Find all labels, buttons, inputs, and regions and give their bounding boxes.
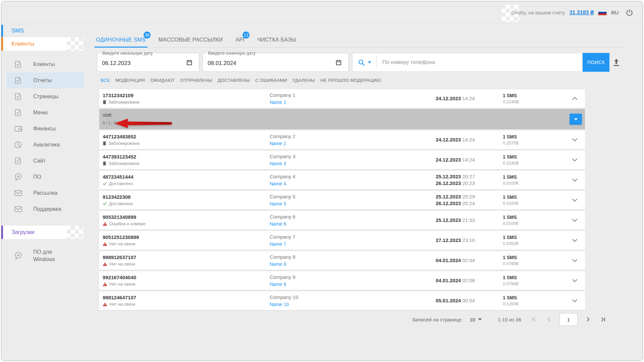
sidebar-item-site[interactable]: Сайт — [1, 153, 84, 169]
date-to-field[interactable]: Введите конечную дату 08.01.2024 — [203, 53, 348, 72]
tab-api[interactable]: API12 — [236, 32, 245, 47]
sidebar-item-support[interactable]: Поддержка — [1, 201, 84, 217]
filter-with-errors[interactable]: С ОШИБКАМИ — [255, 78, 287, 83]
row-expand-chevron-down-icon[interactable] — [570, 297, 579, 304]
date-from-value[interactable]: 06.12.2023 — [102, 60, 130, 67]
table-row[interactable]: 905321340899Ошибка в номереCompany 6Name… — [99, 210, 585, 230]
search-icon[interactable] — [358, 59, 365, 66]
phone-cell: 998912637107Нет на связи — [103, 254, 136, 266]
row-expand-chevron-up-icon[interactable] — [570, 95, 579, 102]
sms-price: 0.0100€ — [503, 201, 519, 206]
table-row[interactable]: 998124647107Нет на связиCompany 10Name 1… — [99, 291, 585, 310]
table-row[interactable]: 447123483852ЗаблокированаCompany 2Name 2… — [99, 130, 585, 149]
tab-single-sms[interactable]: ОДИНОЧНЫЕ SMS36 — [96, 32, 146, 47]
sender-name-link[interactable]: Name 2 — [270, 141, 286, 146]
sidebar-item-label: Клиенты — [33, 61, 55, 67]
sidebar-item-menu[interactable]: Меню — [1, 105, 84, 121]
filter-moderation[interactable]: МОДЕРАЦИЯ — [115, 78, 145, 83]
row-expand-chevron-down-icon[interactable] — [570, 136, 579, 143]
filter-delivered[interactable]: ДОСТАВЛЕНЫ — [218, 78, 250, 83]
sidebar-section-sms[interactable]: SMS — [1, 25, 84, 37]
filter-all[interactable]: ВСЕ — [101, 78, 110, 83]
search-input[interactable] — [382, 59, 579, 66]
sms-cell: 1 SMS0.0100€ — [503, 215, 519, 226]
sms-cell: 1 SMS0.2570$ — [503, 134, 519, 145]
tab-label: МАССОВЫЕ РАССЫЛКИ — [158, 37, 223, 43]
sms-cell: 1 SMS0.0760€ — [503, 275, 519, 286]
expanded-dropdown-button[interactable] — [570, 114, 582, 125]
upload-icon[interactable] — [612, 58, 621, 67]
phone-number: 992167404040 — [103, 275, 136, 280]
sender-name-link[interactable]: Name 6 — [270, 221, 286, 227]
filter-deleted[interactable]: УДАЛЕНЫ — [292, 78, 315, 83]
per-page-select[interactable]: 10 — [470, 317, 482, 322]
sidebar-item-finances[interactable]: Финансы — [1, 121, 84, 137]
tab-mass-mailings[interactable]: МАССОВЫЕ РАССЫЛКИ — [158, 32, 223, 47]
search-mode-caret-icon[interactable] — [368, 61, 371, 63]
language-label[interactable]: RU — [611, 10, 619, 15]
power-icon[interactable] — [626, 9, 633, 16]
table-row[interactable]: 998912637107Нет на связиCompany 8Name 80… — [99, 251, 585, 270]
filter-waiting[interactable]: ОЖИДАЮТ — [150, 78, 175, 83]
date-time: 04.01.2024 02:04 — [436, 257, 475, 264]
row-expand-chevron-down-icon[interactable] — [570, 237, 579, 244]
envelope-icon — [14, 190, 22, 196]
table-row[interactable]: 447393123452ЗаблокированаCompany 3Name 3… — [99, 150, 585, 170]
sender-name-link[interactable]: Name 5 — [270, 201, 286, 206]
row-expand-chevron-down-icon[interactable] — [570, 197, 579, 203]
sender-name-link[interactable]: Name 9 — [270, 282, 286, 287]
sidebar-item-label: Рассылка — [33, 190, 57, 196]
tab-base-cleaning[interactable]: ЧИСТКА БАЗЫ — [257, 32, 296, 47]
prev-page-button[interactable] — [547, 317, 551, 322]
balance-link[interactable]: 31,3183 ₴ — [569, 10, 594, 16]
trash-icon — [103, 100, 106, 104]
sms-count: 1 SMS — [503, 93, 519, 98]
row-expand-chevron-down-icon[interactable] — [570, 257, 579, 264]
sms-count: 1 SMS — [503, 275, 519, 280]
table-row[interactable]: 9051251230899Нет на связиCompany 7Name 7… — [99, 231, 585, 250]
current-page-input[interactable]: 1 — [559, 313, 578, 326]
search-button[interactable]: ПОИСК — [583, 53, 609, 72]
next-page-button[interactable] — [586, 317, 590, 322]
sender-name-link[interactable]: Name 4 — [270, 181, 286, 186]
filter-sent[interactable]: ОТПРАВЛЕНЫ — [180, 78, 212, 83]
table-row[interactable]: 992167404040Нет на связиCompany 9Name 90… — [99, 271, 585, 290]
calendar-icon[interactable] — [336, 60, 341, 65]
row-expand-chevron-down-icon[interactable] — [570, 277, 579, 284]
sms-price: 0.1200€ — [503, 301, 519, 306]
sender-name-link[interactable]: Name 3 — [270, 161, 286, 166]
filter-toolbar: Введите начальную дату 06.12.2023 Введит… — [84, 53, 643, 72]
row-expand-chevron-down-icon[interactable] — [570, 157, 579, 163]
filter-failed-moderation[interactable]: НЕ ПРОШЛО МОДЕРАЦИЮ — [320, 78, 381, 83]
sidebar-item-software-windows[interactable]: ПО дляWindows — [1, 245, 84, 266]
dates-cell: 05.01.2024 00:54 — [436, 297, 475, 304]
last-page-button[interactable] — [600, 317, 606, 322]
sidebar-item-analytics[interactable]: Аналитика — [1, 137, 84, 153]
calendar-icon[interactable] — [186, 60, 192, 65]
table-row[interactable]: 9123422308ДоставленоCompany 5Name 525.12… — [99, 190, 585, 210]
phone-cell: 447123483852Заблокирована — [103, 134, 140, 146]
row-expand-chevron-down-icon[interactable] — [570, 217, 579, 224]
date-from-field[interactable]: Введите начальную дату 06.12.2023 — [97, 53, 199, 72]
sidebar-item-mailing[interactable]: Рассылка — [1, 185, 84, 201]
sender-name-link[interactable]: Name 1 — [270, 100, 286, 105]
dates-cell: 04.01.2024 02:08 — [436, 277, 475, 284]
status-badge: Заблокирована — [103, 141, 140, 146]
pie-icon — [14, 141, 22, 149]
sender-name-link[interactable]: Name 10 — [270, 302, 289, 307]
sidebar-section-clients[interactable]: Клиенты — [1, 37, 84, 51]
sidebar-section-downloads[interactable]: Загрузки — [1, 226, 84, 239]
sidebar-item-clients[interactable]: Клиенты — [1, 56, 84, 72]
sender-name-link[interactable]: Name 8 — [270, 261, 286, 267]
table-row[interactable]: 17312342109ЗаблокированаCompany 1Name 12… — [99, 89, 585, 108]
flag-ru-icon[interactable] — [598, 10, 607, 15]
table-row[interactable]: 48723451444ДоставленоCompany 4Name 425.1… — [99, 170, 585, 190]
sms-price: 0.2240$ — [503, 99, 519, 104]
row-expand-chevron-down-icon[interactable] — [570, 177, 579, 183]
sidebar-item-pages[interactable]: Страницы — [1, 88, 84, 105]
sender-name-link[interactable]: Name 7 — [270, 241, 286, 247]
date-to-value[interactable]: 08.01.2024 — [208, 60, 236, 67]
sidebar-item-software[interactable]: ПО — [1, 169, 84, 185]
first-page-button[interactable] — [531, 317, 537, 322]
sidebar-item-reports[interactable]: Отчеты — [1, 72, 84, 88]
